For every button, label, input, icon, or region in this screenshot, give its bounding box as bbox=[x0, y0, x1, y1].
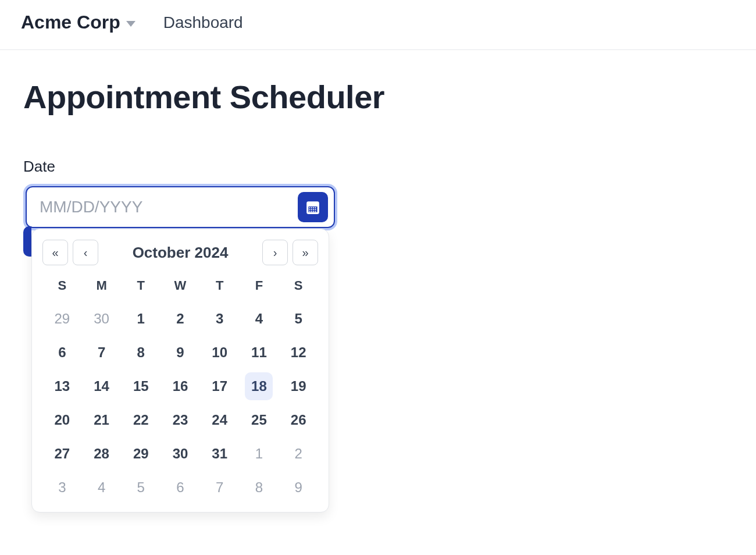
calendar-day[interactable]: 25 bbox=[245, 406, 273, 434]
calendar-day-outside[interactable]: 9 bbox=[284, 474, 312, 501]
calendar-day[interactable]: 3 bbox=[206, 305, 234, 333]
calendar-icon bbox=[305, 200, 320, 215]
calendar-prev-month-button[interactable]: ‹ bbox=[73, 240, 98, 265]
calendar-day[interactable]: 26 bbox=[284, 406, 312, 434]
calendar-day[interactable]: 4 bbox=[245, 305, 273, 333]
calendar-prev-year-button[interactable]: « bbox=[42, 240, 68, 265]
calendar-day-outside[interactable]: 4 bbox=[88, 474, 116, 501]
calendar-day-outside[interactable]: 8 bbox=[245, 474, 273, 501]
calendar-day[interactable]: 28 bbox=[88, 440, 116, 468]
calendar-day[interactable]: 6 bbox=[48, 339, 76, 367]
calendar-day[interactable]: 14 bbox=[88, 372, 116, 400]
calendar-day[interactable]: 27 bbox=[48, 440, 76, 468]
svg-point-10 bbox=[313, 209, 314, 210]
svg-point-9 bbox=[311, 209, 312, 210]
calendar-grid: SMTWTFS293012345678910111213141516171819… bbox=[42, 275, 318, 501]
calendar-day-outside[interactable]: 3 bbox=[48, 474, 76, 501]
calendar-day[interactable]: 20 bbox=[48, 406, 76, 434]
calendar-day[interactable]: 29 bbox=[127, 440, 155, 468]
svg-point-4 bbox=[309, 207, 311, 208]
date-label: Date bbox=[23, 158, 337, 176]
calendar-day[interactable]: 1 bbox=[127, 305, 155, 333]
calendar-day[interactable]: 15 bbox=[127, 372, 155, 400]
calendar-day[interactable]: 19 bbox=[284, 372, 312, 400]
chevron-double-left-icon: « bbox=[52, 246, 58, 259]
calendar-day[interactable]: 24 bbox=[206, 406, 234, 434]
calendar-day[interactable]: 11 bbox=[245, 339, 273, 367]
calendar-dow-header: F bbox=[240, 275, 279, 299]
calendar-day[interactable]: 22 bbox=[127, 406, 155, 434]
chevron-left-icon: ‹ bbox=[84, 246, 88, 259]
calendar-next-month-button[interactable]: › bbox=[262, 240, 288, 265]
calendar-day[interactable]: 31 bbox=[206, 440, 234, 468]
calendar-day[interactable]: 30 bbox=[166, 440, 194, 468]
date-field: Date bbox=[23, 158, 337, 230]
calendar-dow-header: T bbox=[121, 275, 161, 299]
nav-dashboard[interactable]: Dashboard bbox=[163, 13, 243, 32]
calendar-day[interactable]: 10 bbox=[206, 339, 234, 367]
chevron-right-icon: › bbox=[273, 246, 277, 259]
svg-point-7 bbox=[315, 207, 316, 208]
svg-point-15 bbox=[315, 211, 316, 212]
caret-down-icon bbox=[126, 21, 135, 27]
chevron-double-right-icon: » bbox=[302, 246, 308, 259]
calendar-day[interactable]: 16 bbox=[166, 372, 194, 400]
date-input-wrapper bbox=[26, 186, 335, 228]
svg-point-12 bbox=[309, 211, 311, 212]
calendar-day-outside[interactable]: 7 bbox=[206, 474, 234, 501]
calendar-day-outside[interactable]: 2 bbox=[284, 440, 312, 468]
calendar-toggle-button[interactable] bbox=[298, 192, 328, 222]
calendar-day[interactable]: 13 bbox=[48, 372, 76, 400]
calendar-nav-prev-group: « ‹ bbox=[42, 240, 98, 265]
calendar-header: « ‹ October 2024 › » bbox=[42, 240, 318, 265]
org-name: Acme Corp bbox=[21, 12, 120, 33]
calendar-month-label[interactable]: October 2024 bbox=[133, 244, 229, 262]
calendar-day[interactable]: 7 bbox=[88, 339, 116, 367]
calendar-day-outside[interactable]: 1 bbox=[245, 440, 273, 468]
page-title: Appointment Scheduler bbox=[23, 78, 733, 116]
calendar-day-outside[interactable]: 29 bbox=[48, 305, 76, 333]
svg-point-11 bbox=[315, 209, 316, 210]
calendar-day[interactable]: 5 bbox=[284, 305, 312, 333]
calendar-dow-header: W bbox=[161, 275, 200, 299]
org-selector[interactable]: Acme Corp bbox=[21, 12, 135, 33]
calendar-day-outside[interactable]: 6 bbox=[166, 474, 194, 501]
main-content: Appointment Scheduler Date bbox=[0, 50, 756, 258]
calendar-day[interactable]: 21 bbox=[88, 406, 116, 434]
svg-point-8 bbox=[309, 209, 311, 210]
calendar-next-year-button[interactable]: » bbox=[293, 240, 318, 265]
calendar-dow-header: S bbox=[42, 275, 82, 299]
calendar-day[interactable]: 2 bbox=[166, 305, 194, 333]
obscured-button[interactable] bbox=[23, 226, 31, 257]
top-header: Acme Corp Dashboard bbox=[0, 0, 756, 50]
calendar-dow-header: S bbox=[279, 275, 318, 299]
calendar-day[interactable]: 8 bbox=[127, 339, 155, 367]
calendar-day[interactable]: 12 bbox=[284, 339, 312, 367]
svg-point-13 bbox=[311, 211, 312, 212]
calendar-nav-next-group: › » bbox=[262, 240, 318, 265]
calendar-dow-header: M bbox=[82, 275, 122, 299]
svg-point-5 bbox=[311, 207, 312, 208]
calendar-day[interactable]: 17 bbox=[206, 372, 234, 400]
svg-point-6 bbox=[313, 207, 314, 208]
calendar-popover: « ‹ October 2024 › » SMTWTFS29301234567 bbox=[31, 229, 329, 513]
calendar-day-outside[interactable]: 30 bbox=[88, 305, 116, 333]
calendar-day-outside[interactable]: 5 bbox=[127, 474, 155, 501]
date-input[interactable] bbox=[40, 198, 292, 216]
date-input-focus-ring bbox=[23, 184, 337, 230]
svg-point-14 bbox=[313, 211, 314, 212]
calendar-day[interactable]: 18 bbox=[245, 372, 273, 400]
calendar-day[interactable]: 23 bbox=[166, 406, 194, 434]
calendar-dow-header: T bbox=[200, 275, 240, 299]
calendar-day[interactable]: 9 bbox=[166, 339, 194, 367]
